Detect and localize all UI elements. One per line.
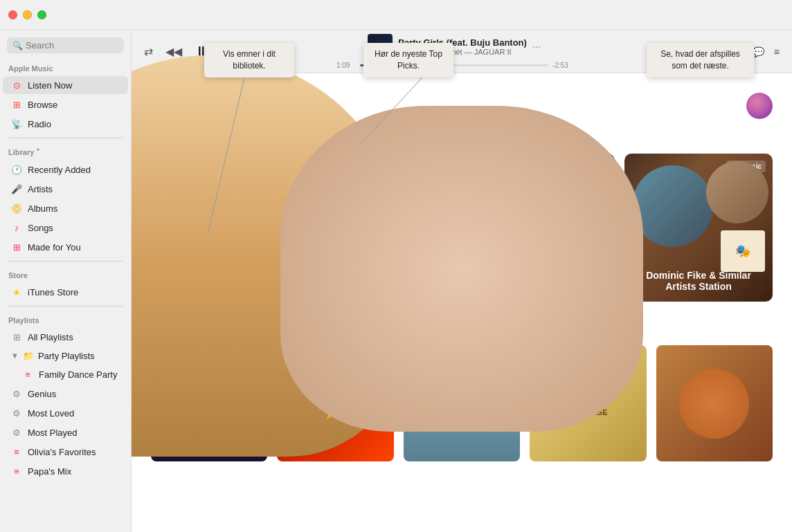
polaroid-sticker: 🎭 [721, 230, 765, 272]
search-icon: 🔍 [12, 41, 23, 51]
party-playlists-label: Party Playlists [38, 351, 95, 361]
folder-icon: 📁 [23, 350, 34, 361]
pick-card-dominic[interactable]: 🍎 Music 🎭 [624, 154, 773, 302]
sidebar-item-party-playlists[interactable]: ▼ 📁 Party Playlists [3, 347, 128, 364]
sidebar-item-most-played[interactable]: ⚙ Most Played [3, 423, 128, 441]
progress-row: 1:09 -2:53 [336, 62, 572, 69]
sidebar-item-itunes-store[interactable]: ★ iTunes Store [3, 283, 128, 301]
rp-card-0[interactable] [151, 345, 267, 461]
radio-label: Radio [28, 119, 51, 129]
songs-label: Songs [28, 223, 53, 233]
sidebar-item-genius[interactable]: ⚙ Genius [3, 385, 128, 403]
chevron-down-icon: ▼ [11, 351, 19, 360]
papas-mix-icon: ≡ [11, 466, 22, 477]
sidebar-item-recently-added[interactable]: 🕐 Recently Added [3, 160, 128, 178]
time-current: 1:09 [336, 62, 356, 69]
track-details: Party Girls (feat. Buju Banton) Victoria… [398, 37, 527, 56]
recently-added-label: Recently Added [28, 165, 91, 175]
search-input[interactable] [26, 40, 118, 51]
most-played-label: Most Played [28, 428, 78, 438]
track-more-button[interactable]: ··· [532, 41, 541, 52]
radio-icon: 📡 [11, 118, 22, 129]
sidebar-item-albums[interactable]: 📀 Albums [3, 199, 128, 217]
artist-photo-right [706, 161, 768, 223]
rp-card-2[interactable] [404, 345, 520, 461]
player-right: 🔈 🔊 📡 💬 ≡ [648, 45, 781, 59]
track-artist: Victoria Monét — JAGUAR II [414, 48, 512, 56]
made-for-you-icon: ⊞ [11, 241, 22, 253]
content-wrapper: ⇄ ◀◀ ⏸ ▶▶ ↺ Party Girls (feat. Buju Bant… [132, 30, 792, 532]
sidebar-item-listen-now[interactable]: ⊙ Listen Now [3, 76, 128, 94]
search-box[interactable]: 🔍 [7, 37, 124, 53]
most-loved-label: Most Loved [28, 408, 74, 419]
albums-label: Albums [28, 203, 57, 214]
songs-icon: ♪ [11, 222, 22, 233]
sidebar-item-all-playlists[interactable]: ⊞ All Playlists [3, 328, 128, 346]
volume-low-icon: 🔈 [648, 47, 658, 57]
papas-mix-label: Papa's Mix [28, 466, 71, 477]
time-remaining: -2:53 [552, 62, 572, 69]
family-dance-party-label: Family Dance Party [39, 369, 117, 380]
traffic-lights [8, 10, 46, 19]
lyrics-button[interactable]: 💬 [751, 45, 766, 59]
shuffle-button[interactable]: ⇄ [143, 44, 154, 59]
airplay-button[interactable]: 📡 [730, 45, 744, 59]
artist-photo-left [632, 165, 714, 247]
all-playlists-label: All Playlists [28, 332, 73, 342]
progress-bar[interactable] [360, 64, 548, 66]
recently-played-row: ⚡ COLOURSOF THEUNIVERSE [151, 345, 773, 461]
repeat-button[interactable]: ↺ [249, 44, 260, 59]
library-section-label[interactable]: Library ˅ [0, 143, 131, 160]
most-loved-icon: ⚙ [11, 407, 22, 419]
card-overlay-dominic: Dominic Fike & Similar Artists Station [624, 270, 773, 293]
track-name: Party Girls (feat. Buju Banton) [398, 37, 527, 48]
recently-added-icon: 🕐 [11, 164, 22, 175]
profile-icon[interactable] [746, 93, 773, 119]
artists-icon: 🎤 [11, 183, 22, 194]
progress-fill [360, 64, 430, 66]
sidebar-item-songs[interactable]: ♪ Songs [3, 219, 128, 237]
titlebar [0, 0, 792, 30]
sidebar-item-artists[interactable]: 🎤 Artists [3, 180, 128, 198]
close-button[interactable] [8, 10, 17, 19]
sidebar-item-olivias-favorites[interactable]: ≡ Olivia's Favorites [3, 443, 128, 461]
rp-img-4-circle [679, 369, 749, 439]
store-section-label: Store [0, 266, 131, 282]
volume-high-icon: 🔊 [712, 47, 723, 57]
sidebar: 🔍 Apple Music ⊙ Listen Now ⊞ Browse 📡 Ra… [0, 30, 132, 532]
volume-row: 🔈 🔊 [648, 47, 723, 57]
itunes-store-icon: ★ [11, 286, 22, 297]
apple-music-section-label: Apple Music [0, 59, 131, 75]
browse-icon: ⊞ [11, 99, 22, 110]
genius-icon: ⚙ [11, 388, 22, 399]
track-info-row: Party Girls (feat. Buju Banton) Victoria… [368, 34, 540, 59]
sidebar-item-radio[interactable]: 📡 Radio [3, 115, 128, 133]
sidebar-item-most-loved[interactable]: ⚙ Most Loved [3, 404, 128, 422]
albums-icon: 📀 [11, 203, 22, 214]
browse-label: Browse [28, 100, 57, 110]
listen-now-label: Listen Now [28, 80, 72, 91]
sidebar-item-browse[interactable]: ⊞ Browse [3, 95, 128, 113]
volume-bar[interactable] [661, 51, 710, 53]
maximize-button[interactable] [37, 10, 46, 19]
player-track-area: Party Girls (feat. Buju Banton) Victoria… [269, 34, 640, 69]
divider-1 [8, 138, 123, 138]
itunes-store-label: iTunes Store [28, 287, 78, 297]
most-played-icon: ⚙ [11, 427, 22, 438]
sidebar-item-made-for-you[interactable]: ⊞ Made for You [3, 238, 128, 256]
content-area: Listen Now Top Picks Made for You 🍎 Musi… [132, 73, 792, 532]
genius-label: Genius [28, 389, 56, 399]
made-for-you-label: Made for You [28, 242, 81, 253]
divider-2 [8, 261, 123, 262]
volume-fill [661, 51, 693, 53]
rp-img-0-figure [151, 345, 267, 457]
queue-button[interactable]: ≡ [773, 45, 781, 59]
sidebar-item-papas-mix[interactable]: ≡ Papa's Mix [3, 462, 128, 480]
dominic-card-title: Dominic Fike & Similar Artists Station [631, 270, 766, 292]
main-layout: 🔍 Apple Music ⊙ Listen Now ⊞ Browse 📡 Ra… [0, 30, 792, 532]
rp-card-4[interactable] [656, 345, 773, 461]
listen-now-icon: ⊙ [11, 80, 22, 91]
minimize-button[interactable] [23, 10, 32, 19]
olivias-favorites-label: Olivia's Favorites [28, 447, 96, 457]
sidebar-item-family-dance-party[interactable]: ≡ Family Dance Party [3, 365, 128, 383]
